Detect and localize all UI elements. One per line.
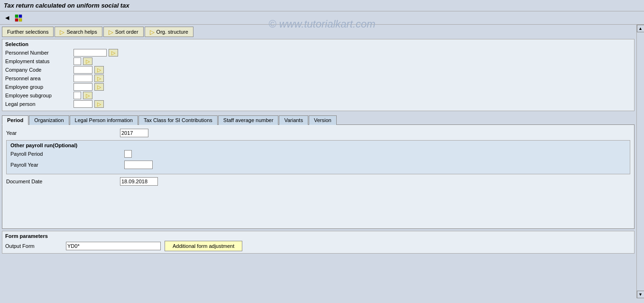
employment-status-arrow-btn[interactable]: ▷ <box>83 57 92 65</box>
employment-status-label: Employment status <box>5 58 72 64</box>
legal-person-arrow-btn[interactable]: ▷ <box>94 100 104 108</box>
document-date-row: Document Date <box>6 177 630 186</box>
personnel-number-row: Personnel Number ▷ <box>5 49 631 57</box>
optional-group: Other payroll run(Optional) Payroll Peri… <box>6 140 630 174</box>
document-date-input[interactable] <box>120 177 158 186</box>
tab-version[interactable]: Version <box>309 115 337 125</box>
legal-person-label: Legal person <box>5 101 72 107</box>
org-structure-arrow-icon: ▷ <box>150 28 155 36</box>
tab-period-label: Period <box>7 117 23 123</box>
output-form-label: Output Form <box>5 243 62 249</box>
sort-order-label: Sort order <box>115 29 138 35</box>
company-code-row: Company Code ▷ <box>5 66 631 74</box>
selection-title: Selection <box>5 41 631 47</box>
tab-variants-label: Variants <box>284 117 303 123</box>
payroll-year-label: Payroll Year <box>10 162 124 168</box>
svg-rect-3 <box>19 19 22 21</box>
form-parameters-title: Form parameters <box>5 233 631 239</box>
payroll-year-input[interactable] <box>124 161 153 169</box>
employee-subgroup-input[interactable] <box>74 92 81 99</box>
payroll-period-input[interactable] <box>124 150 132 158</box>
document-date-label: Document Date <box>6 179 120 184</box>
employee-group-label: Employee group <box>5 84 72 90</box>
tab-period[interactable]: Period <box>2 115 28 125</box>
form-parameters-section: Form parameters Output Form Additional f… <box>2 231 635 254</box>
search-helps-arrow-icon: ▷ <box>60 28 64 36</box>
tab-variants[interactable]: Variants <box>279 115 308 125</box>
grid-icon[interactable] <box>14 14 23 22</box>
output-form-input[interactable] <box>66 242 161 250</box>
payroll-period-label: Payroll Period <box>10 151 124 157</box>
main-content: Further selections ▷ Search helps ▷ Sort… <box>0 25 644 298</box>
sort-order-tab[interactable]: ▷ Sort order <box>103 27 144 37</box>
personnel-area-label: Personnel area <box>5 76 72 81</box>
employee-group-row: Employee group ▷ <box>5 83 631 91</box>
personnel-area-row: Personnel area ▷ <box>5 75 631 82</box>
tab-tax-class-label: Tax Class for SI Contributions <box>144 117 212 123</box>
tabs-container: Period Organization Legal Person informa… <box>2 115 635 229</box>
further-selections-tab[interactable]: Further selections <box>2 27 54 37</box>
optional-group-title: Other payroll run(Optional) <box>10 142 626 148</box>
year-label: Year <box>6 130 120 136</box>
toolbar: ◀ © www.tutorialkart.com <box>0 11 644 25</box>
employee-subgroup-label: Employee subgroup <box>5 93 72 98</box>
tab-content-period: Year Other payroll run(Optional) Payroll… <box>2 124 635 229</box>
further-selections-label: Further selections <box>7 29 48 35</box>
tab-staff-average[interactable]: Staff average number <box>218 115 279 125</box>
scroll-up-arrow[interactable]: ▲ <box>637 25 644 32</box>
org-structure-label: Org. structure <box>156 29 188 35</box>
legal-person-row: Legal person ▷ <box>5 100 631 108</box>
employment-status-row: Employment status ▷ <box>5 57 631 65</box>
title-bar: Tax return calculated on uniform social … <box>0 0 644 11</box>
company-code-label: Company Code <box>5 67 72 73</box>
content-area: Further selections ▷ Search helps ▷ Sort… <box>0 25 636 298</box>
tab-legal-person-info-label: Legal Person information <box>75 117 133 123</box>
tab-legal-person-info[interactable]: Legal Person information <box>70 115 138 125</box>
company-code-input[interactable] <box>74 66 92 74</box>
payroll-year-row: Payroll Year <box>10 161 626 169</box>
scroll-down-arrow[interactable]: ▼ <box>637 291 644 298</box>
year-input[interactable] <box>120 129 148 137</box>
search-helps-tab[interactable]: ▷ Search helps <box>55 27 102 37</box>
employment-status-input[interactable] <box>74 57 81 65</box>
tab-organization-label: Organization <box>34 117 64 123</box>
legal-person-input[interactable] <box>74 100 92 108</box>
search-helps-label: Search helps <box>66 29 97 35</box>
payroll-period-row: Payroll Period <box>10 150 626 158</box>
tab-tax-class[interactable]: Tax Class for SI Contributions <box>138 115 218 125</box>
back-icon[interactable]: ◀ <box>3 14 11 22</box>
page-title: Tax return calculated on uniform social … <box>4 2 129 9</box>
svg-rect-1 <box>19 15 22 18</box>
tab-staff-average-label: Staff average number <box>223 117 274 123</box>
year-row: Year <box>6 129 630 137</box>
employee-subgroup-arrow-btn[interactable]: ▷ <box>83 92 92 99</box>
tab-version-label: Version <box>314 117 331 123</box>
personnel-number-input[interactable] <box>74 49 107 57</box>
personnel-area-input[interactable] <box>74 75 92 82</box>
employee-group-input[interactable] <box>74 83 92 91</box>
tab-list: Period Organization Legal Person informa… <box>2 115 635 124</box>
org-structure-tab[interactable]: ▷ Org. structure <box>145 27 193 37</box>
tab-toolbar: Further selections ▷ Search helps ▷ Sort… <box>2 27 635 37</box>
personnel-number-label: Personnel Number <box>5 50 72 56</box>
personnel-area-arrow-btn[interactable]: ▷ <box>94 75 104 82</box>
employee-subgroup-row: Employee subgroup ▷ <box>5 92 631 99</box>
svg-rect-2 <box>15 19 18 21</box>
personnel-number-arrow-btn[interactable]: ▷ <box>109 49 118 57</box>
selection-section: Selection Personnel Number ▷ Employment … <box>2 39 635 111</box>
additional-form-adjustment-button[interactable]: Additional form adjustment <box>165 241 242 251</box>
svg-rect-0 <box>15 15 18 18</box>
company-code-arrow-btn[interactable]: ▷ <box>94 66 104 74</box>
sort-order-arrow-icon: ▷ <box>109 28 113 36</box>
scrollbar-right: ▲ ▼ <box>636 25 644 298</box>
output-form-row: Output Form Additional form adjustment <box>5 241 631 251</box>
tab-organization[interactable]: Organization <box>29 115 69 125</box>
employee-group-arrow-btn[interactable]: ▷ <box>94 83 104 91</box>
